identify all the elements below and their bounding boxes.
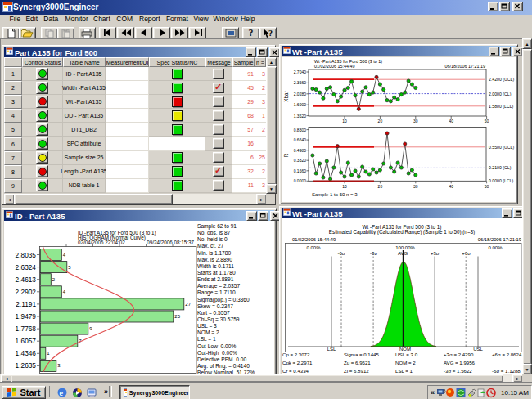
svg-text:0.0000: 0.0000 xyxy=(294,178,307,183)
svg-text:-3σ: -3σ xyxy=(370,251,377,256)
svg-text:06/18/2006 17:21:19: 06/18/2006 17:21:19 xyxy=(445,64,485,69)
svg-text:0.00%: 0.00% xyxy=(306,245,321,250)
svg-text:2.6324: 2.6324 xyxy=(16,263,37,271)
svg-text:LSL: LSL xyxy=(327,347,336,352)
svg-text:10: 10 xyxy=(342,184,347,189)
svg-text:Cr = 0.4334: Cr = 0.4334 xyxy=(282,368,309,374)
svg-text:4: 4 xyxy=(63,289,66,294)
svg-text:06/18/2006 17:21:19: 06/18/2006 17:21:19 xyxy=(478,237,521,242)
svg-text:30: 30 xyxy=(413,184,418,189)
svg-text:+6σ = 2.8624: +6σ = 2.8624 xyxy=(492,352,522,357)
svg-text:2.0000 (CL): 2.0000 (CL) xyxy=(489,92,512,96)
svg-text:Zu = 6.9521: Zu = 6.9521 xyxy=(344,360,371,365)
svg-text:3: 3 xyxy=(57,363,61,368)
svg-text:20: 20 xyxy=(378,184,383,189)
svg-text:30: 30 xyxy=(413,119,418,123)
svg-text:02/04/2006 22:04:02: 02/04/2006 22:04:02 xyxy=(78,240,125,245)
svg-text:40: 40 xyxy=(449,184,453,189)
svg-text:R: R xyxy=(283,153,289,157)
svg-text:0.8300: 0.8300 xyxy=(294,128,307,132)
svg-text:0.3320: 0.3320 xyxy=(294,158,307,163)
svg-text:USL: USL xyxy=(473,347,483,352)
svg-text:01/02/2006 15:44:49: 01/02/2006 15:44:49 xyxy=(292,237,336,242)
svg-text:09/24/2006 08:15:37: 09/24/2006 08:15:37 xyxy=(147,240,194,245)
svg-text:2.7040: 2.7040 xyxy=(294,69,307,74)
svg-text:4: 4 xyxy=(63,253,66,258)
svg-text:Cpk = 2.2971: Cpk = 2.2971 xyxy=(282,360,313,365)
svg-text:0.6640: 0.6640 xyxy=(294,137,307,142)
svg-text:USL = 3.0: USL = 3.0 xyxy=(395,352,418,357)
svg-text:10: 10 xyxy=(342,119,347,123)
svg-text:1.5800 (LCL): 1.5800 (LCL) xyxy=(489,104,514,109)
svg-text:0.1660: 0.1660 xyxy=(294,168,307,173)
svg-text:9: 9 xyxy=(89,326,92,331)
svg-text:1: 1 xyxy=(47,351,50,356)
svg-text:2.4613: 2.4613 xyxy=(16,276,37,284)
svg-text:2.8035: 2.8035 xyxy=(16,251,37,259)
svg-text:NOM = 2: NOM = 2 xyxy=(395,360,416,365)
svg-text:-6σ: -6σ xyxy=(337,251,345,256)
svg-text:1.2635: 1.2635 xyxy=(16,361,37,370)
svg-text:2.4200 (UCL): 2.4200 (UCL) xyxy=(489,77,514,82)
svg-text:+3σ = 2.4290: +3σ = 2.4290 xyxy=(444,352,474,357)
svg-text:25: 25 xyxy=(174,314,180,319)
svg-text:+3σ: +3σ xyxy=(431,251,440,256)
svg-text:0.0000 (LCL): 0.0000 (LCL) xyxy=(489,178,514,183)
svg-text:-3σ = 1.5622: -3σ = 1.5622 xyxy=(444,368,472,374)
svg-text:Zl = 6.8912: Zl = 6.8912 xyxy=(344,368,369,374)
svg-text:Cp = 2.3072: Cp = 2.3072 xyxy=(282,352,310,357)
svg-text:40: 40 xyxy=(449,119,453,123)
svg-text:0.5500 (UCL): 0.5500 (UCL) xyxy=(489,145,514,150)
svg-text:20: 20 xyxy=(378,119,383,123)
svg-text:1.3520: 1.3520 xyxy=(294,114,307,119)
svg-text:50: 50 xyxy=(485,119,489,123)
svg-text:50: 50 xyxy=(485,184,489,189)
svg-text:Estimated Capability (Calculat: Estimated Capability (Calculated Range) … xyxy=(329,229,475,235)
svg-text:Sigma = 0.1445: Sigma = 0.1445 xyxy=(344,352,379,357)
svg-text:2: 2 xyxy=(52,277,56,282)
svg-text:27: 27 xyxy=(185,302,191,307)
svg-text:0.2100 (CL): 0.2100 (CL) xyxy=(489,165,512,170)
svg-text:AVG = 1.9956: AVG = 1.9956 xyxy=(444,360,476,365)
svg-text:0.00%: 0.00% xyxy=(488,245,503,250)
svg-text:2.2902: 2.2902 xyxy=(16,288,37,296)
svg-text:01/02/2006 15:44:49: 01/02/2006 15:44:49 xyxy=(314,64,354,69)
svg-text:+6σ: +6σ xyxy=(462,251,471,256)
svg-text:1.9479: 1.9479 xyxy=(16,312,37,321)
svg-text:5: 5 xyxy=(68,265,71,270)
svg-text:e: e xyxy=(59,388,63,397)
svg-text:2.0280: 2.0280 xyxy=(294,92,307,96)
svg-text:Sample 1 to 50 n = 3: Sample 1 to 50 n = 3 xyxy=(312,192,358,197)
svg-text:1.6900: 1.6900 xyxy=(294,102,307,107)
svg-text:1.6057: 1.6057 xyxy=(16,337,37,345)
svg-text:1.7768: 1.7768 xyxy=(16,325,37,333)
svg-text:-6σ = 1.1288: -6σ = 1.1288 xyxy=(492,368,521,374)
svg-text:0.4980: 0.4980 xyxy=(294,148,307,153)
svg-text:100.00%: 100.00% xyxy=(395,245,415,250)
svg-text:2.3660: 2.3660 xyxy=(294,80,307,85)
svg-text:LSL = 1: LSL = 1 xyxy=(395,368,413,374)
svg-text:2.1191: 2.1191 xyxy=(16,300,36,308)
svg-text:1.4346: 1.4346 xyxy=(16,349,37,357)
svg-text:Xbar: Xbar xyxy=(283,91,289,101)
